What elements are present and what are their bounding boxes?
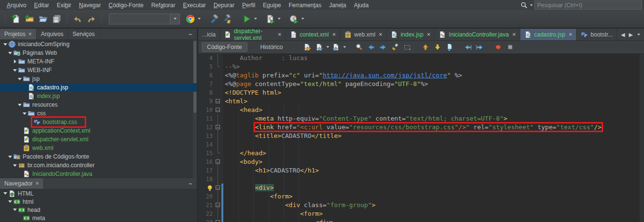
tree-item-dispatcher-servlet-xml[interactable]: dispatcher-servlet.xml xyxy=(0,135,197,144)
code-line[interactable]: 23 <div> xyxy=(198,218,644,222)
minimize-projects-button[interactable]: – xyxy=(184,29,197,39)
menu-editar[interactable]: Editar xyxy=(30,1,53,10)
editor-tab-iniciandocontroller-java[interactable]: IniciandoController.java× xyxy=(435,29,520,40)
menu-depurar[interactable]: Depurar xyxy=(210,1,238,10)
menu-codigo-fonte[interactable]: Código-Fonte xyxy=(104,1,147,10)
clean-build-button[interactable] xyxy=(221,12,233,25)
open-project-button[interactable] xyxy=(37,12,49,25)
find-next-button[interactable] xyxy=(378,42,388,52)
scroll-tabs-right-icon[interactable]: ▶ xyxy=(629,32,633,38)
code-line[interactable]: 20 <form> xyxy=(198,192,644,201)
new-project-button[interactable] xyxy=(23,12,36,25)
close-icon[interactable]: × xyxy=(567,32,572,37)
tree-item-br-com-iniciando-controller[interactable]: br.com.iniciando.controller xyxy=(0,161,197,170)
back-button[interactable] xyxy=(314,42,324,52)
redo-button[interactable] xyxy=(85,12,97,25)
tree-item-meta[interactable]: meta xyxy=(0,214,197,222)
tree-item-iniciandocontroller-java[interactable]: IniciandoController.java xyxy=(0,170,197,178)
profile-project-button[interactable] xyxy=(287,12,300,25)
close-icon[interactable]: × xyxy=(28,32,32,37)
menu-refatorar[interactable]: Refatorar xyxy=(147,1,179,10)
fold-column[interactable] xyxy=(215,97,221,106)
profile-caret-icon[interactable] xyxy=(301,18,304,20)
editor-tab-icia[interactable]: ...icia xyxy=(198,29,220,40)
stop-macro-button[interactable] xyxy=(505,42,515,52)
menu-equipe[interactable]: Equipe xyxy=(259,1,284,10)
menu-navegar[interactable]: Navegar xyxy=(75,1,104,10)
collapse-icon[interactable] xyxy=(7,200,13,203)
save-all-button[interactable] xyxy=(50,12,63,25)
code-line[interactable]: 22 <form> xyxy=(198,210,644,218)
code-line[interactable]: 11 <meta http-equiv="Content-Type" conte… xyxy=(198,114,644,123)
record-macro-button[interactable] xyxy=(493,42,503,52)
next-bookmark-button[interactable] xyxy=(432,42,443,52)
tree-item-html[interactable]: html xyxy=(0,197,197,206)
collapse-icon[interactable] xyxy=(17,104,23,106)
shift-left-button[interactable] xyxy=(463,42,473,52)
editor-tab-cadastro-jsp[interactable]: cadastro.jsp× xyxy=(520,29,577,40)
collapse-icon[interactable] xyxy=(17,78,23,80)
tree-item-html[interactable]: HTML xyxy=(0,189,197,197)
close-icon[interactable]: × xyxy=(277,32,282,37)
scroll-tabs-left-icon[interactable]: ◀ xyxy=(621,32,625,38)
collapse-icon[interactable] xyxy=(22,112,27,115)
editor-tab-bootstr[interactable]: bootstr... xyxy=(577,29,617,40)
fold-column[interactable] xyxy=(215,201,221,210)
collapse-icon[interactable] xyxy=(2,43,8,46)
code-line[interactable]: 9<html> xyxy=(198,97,644,106)
find-previous-button[interactable] xyxy=(366,42,376,52)
tab-arquivos[interactable]: Arquivos xyxy=(37,29,68,39)
toolbar-grip[interactable] xyxy=(4,13,7,24)
shift-right-button[interactable] xyxy=(475,42,485,52)
source-view-button[interactable]: Código-Fonte xyxy=(202,42,247,52)
close-icon[interactable]: × xyxy=(426,32,431,37)
debug-caret-icon[interactable] xyxy=(278,18,281,20)
code-line[interactable]: 10 <head> xyxy=(198,106,644,114)
code-line[interactable]: 21 <div class="form-group"> xyxy=(198,201,644,210)
collapse-icon[interactable] xyxy=(2,192,8,195)
tab-servicos[interactable]: Serviços xyxy=(68,29,100,39)
tree-item-web-xml[interactable]: web.xml xyxy=(0,144,197,152)
collapse-icon[interactable] xyxy=(7,52,13,54)
undo-button[interactable] xyxy=(71,12,84,25)
close-icon[interactable]: × xyxy=(511,32,516,37)
toggle-bookmark-button[interactable] xyxy=(444,42,455,52)
collapse-icon[interactable] xyxy=(12,209,18,211)
search-caret-icon[interactable] xyxy=(530,4,533,6)
forward-caret-icon[interactable] xyxy=(343,46,346,48)
menu-janela[interactable]: Janela xyxy=(325,1,350,10)
close-icon[interactable]: × xyxy=(331,32,336,37)
new-file-button[interactable] xyxy=(10,12,22,25)
menu-arquivo[interactable]: Arquivo xyxy=(3,1,30,10)
menu-ferramentas[interactable]: Ferramentas xyxy=(285,1,325,10)
code-line[interactable]: 14 xyxy=(198,140,644,149)
tree-item-pacotes-de-codigos-fonte[interactable]: Pacotes de Códigos-fonte xyxy=(0,152,197,161)
code-line[interactable]: 18 xyxy=(198,175,644,184)
rectangular-selection-button[interactable] xyxy=(402,42,412,52)
last-edit-button[interactable] xyxy=(302,42,312,52)
toolbar-grip[interactable] xyxy=(65,13,68,24)
tab-projetos[interactable]: Projetos× xyxy=(0,29,37,39)
run-caret-icon[interactable] xyxy=(254,18,257,20)
tab-navigator[interactable]: Navegador × xyxy=(0,178,44,189)
code-line[interactable]: 15 </head> xyxy=(198,149,644,158)
fold-column[interactable] xyxy=(215,106,221,114)
build-project-button[interactable] xyxy=(207,12,220,25)
fold-column[interactable] xyxy=(215,123,221,132)
code-line[interactable]: <div> xyxy=(198,184,644,192)
editor-tab-context-xml[interactable]: context.xml× xyxy=(286,29,340,40)
code-line[interactable]: 12 <link href="<c:url value="resources/c… xyxy=(198,123,644,132)
tree-item-jsp[interactable]: jsp xyxy=(0,74,197,83)
tree-item-iniciandocomspring[interactable]: iniciandoComSpring xyxy=(0,40,197,49)
collapse-icon[interactable] xyxy=(7,156,13,158)
menu-exibir[interactable]: Exibir xyxy=(53,1,75,10)
fold-column[interactable] xyxy=(215,218,221,222)
code-line[interactable]: 16 <body> xyxy=(198,158,644,166)
menu-ajuda[interactable]: Ajuda xyxy=(350,1,373,10)
collapse-icon[interactable] xyxy=(12,164,18,167)
code-line[interactable]: 4 Author : lucas xyxy=(198,54,644,62)
tree-item-bootstrap-css[interactable]: bootstrap.css xyxy=(0,118,197,126)
tree-item-cadastro-jsp[interactable]: cadastro.jsp xyxy=(0,83,197,92)
editor-tab-index-jsp[interactable]: index.jsp× xyxy=(386,29,435,40)
code-area[interactable]: 4 Author : lucas5--%>6<%@taglib prefix="… xyxy=(198,54,644,222)
